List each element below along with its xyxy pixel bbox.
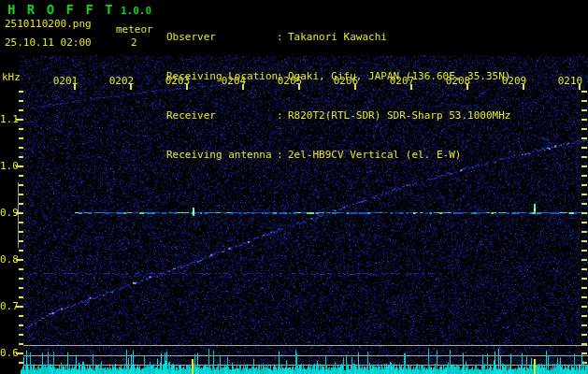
time-tick-label: 0208 (445, 75, 471, 87)
time-tick-label: 0201 (52, 75, 79, 87)
observation-datetime: 25.10.11 02:00 (5, 36, 92, 49)
hrofft-window: H R O F F T 1.0.0 2510110200.png meteor … (0, 0, 588, 374)
app-title: H R O F F T (7, 2, 115, 17)
freq-tick-label: 1.0 (0, 160, 16, 172)
output-filename: 2510110200.png (5, 18, 92, 30)
time-tick-label: 0206 (333, 75, 359, 87)
freq-tick-label: 0.7 (0, 300, 16, 312)
time-tick-label: 0203 (165, 75, 191, 87)
info-label: Observer (166, 31, 277, 44)
info-row-receiver: Receiver : R820T2(RTL-SDR) SDR-Sharp 53.… (166, 109, 510, 122)
meteor-count: 2 (131, 36, 137, 49)
freq-tick-label: 1.1 (0, 113, 16, 125)
time-tick-label: 0209 (501, 75, 527, 87)
info-colon: : (277, 149, 288, 162)
info-value: Takanori Kawachi (288, 31, 387, 44)
time-tick-label: 0204 (221, 75, 247, 87)
info-row-observer: Observer : Takanori Kawachi (166, 31, 510, 44)
time-tick-label: 0210 (557, 75, 583, 87)
station-info: Observer : Takanori Kawachi Receiving Lo… (166, 5, 510, 188)
time-tick-label: 0205 (277, 75, 303, 87)
app-version: 1.0.0 (121, 5, 151, 17)
info-label: Receiving antenna (166, 149, 277, 162)
info-colon: : (277, 31, 288, 44)
freq-tick-label: 0.8 (0, 253, 16, 266)
info-row-antenna: Receiving antenna : 2el-HB9CV Vertical (… (166, 149, 510, 162)
time-tick-label: 0207 (389, 75, 415, 87)
info-label: Receiver (166, 109, 277, 122)
time-tick-label: 0202 (108, 75, 135, 87)
info-colon: : (277, 109, 288, 122)
freq-tick-label: 0.9 (0, 207, 16, 219)
freq-tick-label: 0.6 (0, 347, 16, 359)
freq-unit-label: kHz (2, 71, 21, 83)
info-value: R820T2(RTL-SDR) SDR-Sharp 53.1000MHz (288, 109, 510, 122)
mode-label: meteor (116, 23, 153, 36)
info-value: 2el-HB9CV Vertical (el. E-W) (288, 149, 461, 162)
